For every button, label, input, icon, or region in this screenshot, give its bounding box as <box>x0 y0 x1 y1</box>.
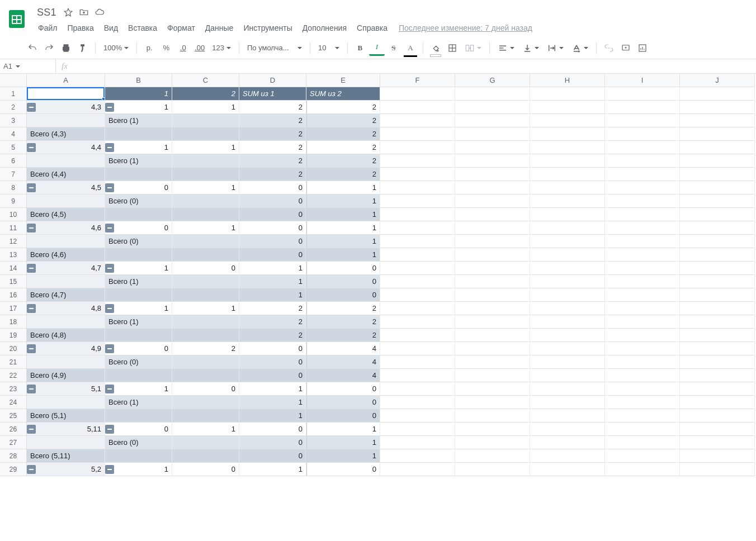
cell[interactable] <box>605 87 680 101</box>
cell[interactable] <box>380 369 455 382</box>
cell[interactable] <box>455 248 530 262</box>
cell[interactable] <box>455 315 530 329</box>
column-header[interactable]: C <box>172 74 239 87</box>
cell[interactable] <box>530 463 605 476</box>
cell[interactable] <box>455 463 530 476</box>
cell[interactable] <box>605 449 680 463</box>
cell[interactable] <box>455 423 530 436</box>
cell[interactable] <box>455 329 530 342</box>
paint-format-button[interactable] <box>75 40 91 56</box>
cell[interactable]: Всего (0) <box>105 355 172 369</box>
cell[interactable] <box>530 221 605 235</box>
borders-button[interactable] <box>445 40 460 56</box>
cell[interactable] <box>680 275 755 288</box>
cell[interactable] <box>605 101 680 114</box>
cell[interactable] <box>172 208 239 221</box>
column-header[interactable]: H <box>530 74 605 87</box>
cell[interactable]: 0 <box>239 235 306 248</box>
cell[interactable] <box>380 262 455 275</box>
cell[interactable]: 0 <box>239 248 306 262</box>
cell[interactable] <box>605 302 680 315</box>
cell[interactable]: 2 <box>239 141 306 154</box>
menu-вставка[interactable]: Вставка <box>124 21 162 35</box>
cell[interactable] <box>455 181 530 194</box>
cell[interactable] <box>27 114 105 127</box>
cell[interactable]: 1 <box>239 275 306 288</box>
cell[interactable]: 1 <box>172 141 239 154</box>
row-header[interactable]: 9 <box>0 194 27 208</box>
cell[interactable]: 1 <box>239 396 306 409</box>
cell[interactable] <box>530 101 605 114</box>
cell[interactable] <box>530 342 605 355</box>
column-header[interactable]: G <box>455 74 530 87</box>
cell[interactable]: 0 <box>306 288 380 302</box>
collapse-icon[interactable] <box>27 103 36 112</box>
cell[interactable]: 1 <box>306 423 380 436</box>
cell[interactable]: 2 <box>306 302 380 315</box>
cell[interactable] <box>680 315 755 329</box>
cell[interactable]: 0 <box>172 463 239 476</box>
fill-color-button[interactable] <box>428 40 443 56</box>
cell[interactable] <box>455 87 530 101</box>
cell[interactable]: 0 <box>306 275 380 288</box>
cell[interactable]: 2 <box>239 168 306 181</box>
cell[interactable] <box>605 342 680 355</box>
cell[interactable] <box>380 114 455 127</box>
cell[interactable] <box>455 449 530 463</box>
cell[interactable]: 4,5 <box>27 181 105 194</box>
cell[interactable] <box>605 114 680 127</box>
move-to-folder-icon[interactable] <box>78 6 90 18</box>
cell[interactable] <box>680 154 755 168</box>
cell[interactable]: 0 <box>306 396 380 409</box>
cell[interactable] <box>680 235 755 248</box>
cell[interactable] <box>380 101 455 114</box>
cell[interactable] <box>172 275 239 288</box>
cell[interactable]: 5,11 <box>27 423 105 436</box>
horizontal-align-button[interactable] <box>494 40 518 56</box>
cell[interactable]: 2 <box>239 154 306 168</box>
cell[interactable]: 1 <box>172 101 239 114</box>
cell[interactable]: 0 <box>105 342 172 355</box>
cell[interactable]: 0 <box>105 181 172 194</box>
cell[interactable]: 0 <box>239 449 306 463</box>
cell[interactable] <box>380 87 455 101</box>
cell[interactable] <box>172 436 239 449</box>
collapse-icon[interactable] <box>105 425 114 434</box>
cell[interactable] <box>605 127 680 141</box>
column-header[interactable]: D <box>239 74 306 87</box>
menu-вид[interactable]: Вид <box>100 21 122 35</box>
row-header[interactable]: 8 <box>0 181 27 194</box>
cell[interactable]: 2 <box>172 87 239 101</box>
cell[interactable] <box>380 329 455 342</box>
row-header[interactable]: 4 <box>0 127 27 141</box>
cell[interactable] <box>172 329 239 342</box>
cell[interactable] <box>172 449 239 463</box>
print-button[interactable] <box>58 40 74 56</box>
cell[interactable] <box>380 423 455 436</box>
text-wrap-button[interactable] <box>544 40 567 56</box>
cell[interactable] <box>380 275 455 288</box>
cell[interactable]: 0 <box>239 342 306 355</box>
cell[interactable]: 2 <box>306 315 380 329</box>
font-family-combo[interactable]: По умолча... <box>244 40 305 56</box>
collapse-icon[interactable] <box>105 385 114 393</box>
cell[interactable] <box>530 409 605 423</box>
cell[interactable]: Всего (4,6) <box>27 248 105 262</box>
cell[interactable]: SUM из 1 <box>239 87 306 101</box>
cell[interactable]: 4 <box>306 369 380 382</box>
row-header[interactable]: 19 <box>0 329 27 342</box>
row-header[interactable]: 17 <box>0 302 27 315</box>
row-header[interactable]: 22 <box>0 369 27 382</box>
cell[interactable] <box>455 275 530 288</box>
cell[interactable] <box>105 449 172 463</box>
cell[interactable]: 2 <box>239 127 306 141</box>
cell[interactable] <box>455 355 530 369</box>
cell[interactable] <box>530 302 605 315</box>
cell[interactable] <box>680 168 755 181</box>
cell[interactable] <box>605 382 680 396</box>
cell[interactable]: 1 <box>172 302 239 315</box>
cell[interactable] <box>530 127 605 141</box>
collapse-icon[interactable] <box>27 264 36 273</box>
cell[interactable] <box>172 355 239 369</box>
collapse-icon[interactable] <box>27 304 36 313</box>
